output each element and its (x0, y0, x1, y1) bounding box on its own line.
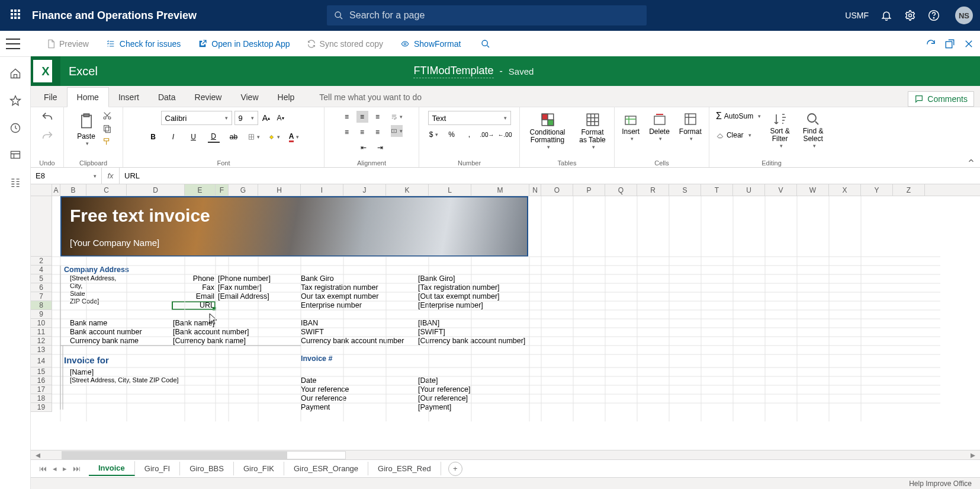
row-11[interactable]: 11 (31, 328, 52, 337)
fx-icon[interactable]: fx (102, 168, 120, 184)
formula-input[interactable]: URL (120, 171, 980, 180)
wrap-text-button[interactable] (391, 111, 403, 123)
row-10[interactable]: 10 (31, 319, 52, 328)
align-right-icon[interactable]: ≡ (372, 126, 384, 138)
italic-button[interactable]: I (168, 131, 179, 143)
check-issues-button[interactable]: Check for issues (105, 39, 181, 49)
delete-cells-button[interactable]: Delete (647, 111, 672, 143)
collapse-ribbon-icon[interactable] (967, 156, 975, 165)
font-size-select[interactable]: 9 (234, 111, 258, 125)
clear-button[interactable]: Clear (716, 131, 751, 139)
popout-icon[interactable] (944, 39, 955, 49)
number-format-select[interactable]: Text (428, 111, 511, 125)
row-14[interactable]: 14 (31, 354, 52, 367)
col-y[interactable]: Y (861, 184, 893, 196)
align-left-icon[interactable]: ≡ (341, 126, 353, 138)
user-avatar[interactable]: NS (955, 7, 973, 24)
row-5[interactable]: 5 (31, 274, 52, 283)
col-z[interactable]: Z (893, 184, 925, 196)
find-select-button[interactable]: Find & Select (799, 111, 827, 150)
col-x[interactable]: X (829, 184, 861, 196)
col-f[interactable]: F (216, 184, 229, 196)
decrease-indent-icon[interactable]: ⇤ (358, 142, 369, 154)
sort-filter-button[interactable]: Sort & Filter (766, 111, 794, 150)
cut-icon[interactable] (102, 111, 112, 120)
col-c[interactable]: C (86, 184, 127, 196)
row-15[interactable]: 15 (31, 367, 52, 376)
bell-icon[interactable] (881, 9, 892, 21)
autosum-button[interactable]: Σ AutoSum (716, 111, 761, 122)
col-m[interactable]: M (471, 184, 529, 196)
close-icon[interactable] (963, 39, 974, 49)
percent-button[interactable]: % (446, 129, 458, 140)
workspace-icon[interactable] (9, 149, 21, 161)
tab-insert[interactable]: Insert (109, 88, 149, 107)
document-name[interactable]: FTIModTemplate (413, 65, 493, 78)
undo-icon[interactable] (41, 111, 54, 124)
col-i[interactable]: I (301, 184, 343, 196)
conditional-formatting-button[interactable]: Conditional Formatting (525, 111, 571, 151)
col-t[interactable]: T (701, 184, 733, 196)
row-4[interactable]: 4 (31, 266, 52, 274)
align-top-right-icon[interactable]: ≡ (372, 111, 384, 123)
merge-button[interactable] (391, 125, 403, 137)
col-e[interactable]: E (185, 184, 216, 196)
col-q[interactable]: Q (605, 184, 637, 196)
col-r[interactable]: R (637, 184, 669, 196)
double-underline-button[interactable]: D (208, 131, 220, 143)
col-b[interactable]: B (60, 184, 86, 196)
sheet-tab-giro-esr-red[interactable]: Giro_ESR_Red (368, 462, 441, 475)
format-cells-button[interactable]: Format (677, 111, 704, 143)
tab-home[interactable]: Home (67, 87, 109, 107)
fill-color-button[interactable] (268, 131, 280, 143)
d365-search[interactable]: Search for a page (327, 5, 647, 25)
help-improve-link[interactable]: Help Improve Office (909, 480, 972, 488)
row-9[interactable]: 9 (31, 310, 52, 319)
col-s[interactable]: S (669, 184, 701, 196)
tab-nav-first-icon[interactable]: ⏮ (39, 464, 47, 473)
row-17[interactable]: 17 (31, 385, 52, 394)
align-top-left-icon[interactable]: ≡ (341, 111, 353, 123)
strikethrough-button[interactable]: ab (228, 131, 240, 143)
gear-icon[interactable] (904, 9, 916, 21)
decrease-decimal-icon[interactable]: ←.00 (499, 129, 511, 140)
scroll-track[interactable] (62, 451, 346, 459)
show-format-button[interactable]: ShowFormat (400, 39, 461, 49)
font-name-select[interactable]: Calibri (161, 111, 232, 125)
sheet-tab-invoice[interactable]: Invoice (89, 461, 135, 476)
col-o[interactable]: O (541, 184, 573, 196)
tab-view[interactable]: View (231, 88, 268, 107)
align-center-icon[interactable]: ≡ (356, 126, 368, 138)
col-l[interactable]: L (429, 184, 471, 196)
col-j[interactable]: J (343, 184, 386, 196)
sheet-tab-giro-bbs[interactable]: Giro_BBS (180, 462, 234, 475)
tab-nav-prev-icon[interactable]: ◂ (53, 464, 57, 473)
company-code[interactable]: USMF (845, 11, 869, 20)
sheet-tab-giro-esr-orange[interactable]: Giro_ESR_Orange (284, 462, 368, 475)
tab-nav-next-icon[interactable]: ▸ (63, 464, 67, 473)
home-icon[interactable] (9, 68, 21, 79)
spreadsheet[interactable]: A B C D E F G H I J K L M N O P Q R S T (31, 184, 980, 450)
comma-button[interactable]: , (464, 129, 475, 140)
increase-indent-icon[interactable]: ⇥ (374, 142, 386, 154)
row-13[interactable]: 13 (31, 346, 52, 354)
sheet-tab-giro-fik[interactable]: Giro_FIK (234, 462, 284, 475)
toolbar-search-button[interactable] (481, 39, 490, 49)
row-19[interactable]: 19 (31, 403, 52, 412)
col-v[interactable]: V (765, 184, 797, 196)
horizontal-scrollbar[interactable]: ◂ ▸ (31, 450, 980, 459)
tell-me-input[interactable]: Tell me what you want to do (310, 88, 431, 107)
app-launcher-icon[interactable] (11, 9, 23, 21)
row-12[interactable]: 12 (31, 337, 52, 346)
sheet-tab-giro-fi[interactable]: Giro_FI (135, 462, 180, 475)
underline-button[interactable]: U (188, 131, 200, 143)
add-sheet-button[interactable]: + (448, 462, 462, 476)
tab-nav-last-icon[interactable]: ⏭ (73, 464, 81, 473)
font-color-button[interactable]: A (288, 131, 300, 143)
refresh-icon[interactable] (926, 39, 936, 49)
shrink-font-icon[interactable]: A▾ (275, 112, 287, 124)
tab-help[interactable]: Help (268, 88, 304, 107)
grow-font-icon[interactable]: A▴ (261, 112, 272, 124)
currency-button[interactable]: $ (428, 129, 440, 140)
row-7[interactable]: 7 (31, 292, 52, 301)
